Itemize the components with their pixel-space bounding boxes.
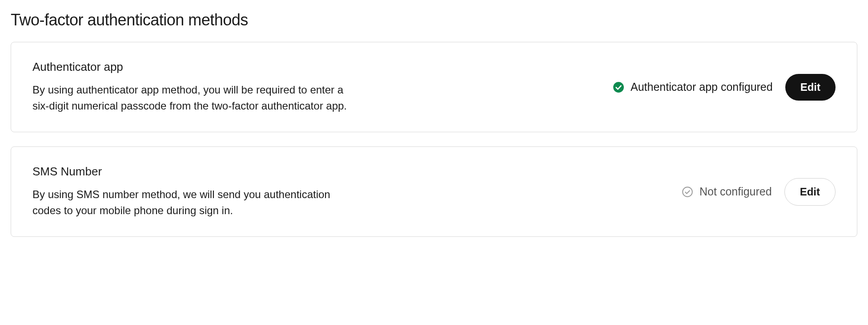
method-actions: Not configured Edit	[682, 178, 836, 206]
method-info: SMS Number By using SMS number method, w…	[32, 165, 353, 219]
check-circle-icon	[613, 81, 624, 93]
method-card-authenticator: Authenticator app By using authenticator…	[11, 42, 857, 132]
method-title: SMS Number	[32, 165, 353, 179]
status-badge: Not configured	[682, 185, 772, 198]
method-description: By using SMS number method, we will send…	[32, 187, 353, 219]
status-text: Authenticator app configured	[631, 81, 773, 93]
method-actions: Authenticator app configured Edit	[613, 74, 836, 101]
method-info: Authenticator app By using authenticator…	[32, 60, 353, 114]
status-badge: Authenticator app configured	[613, 81, 773, 93]
status-text: Not configured	[699, 185, 772, 198]
check-circle-outline-icon	[682, 186, 693, 198]
method-title: Authenticator app	[32, 60, 353, 74]
edit-button[interactable]: Edit	[784, 178, 836, 206]
svg-point-1	[683, 187, 692, 197]
svg-point-0	[613, 82, 624, 93]
edit-button[interactable]: Edit	[785, 74, 836, 101]
method-description: By using authenticator app method, you w…	[32, 82, 353, 114]
method-card-sms: SMS Number By using SMS number method, w…	[11, 146, 857, 237]
section-title: Two-factor authentication methods	[11, 11, 857, 29]
